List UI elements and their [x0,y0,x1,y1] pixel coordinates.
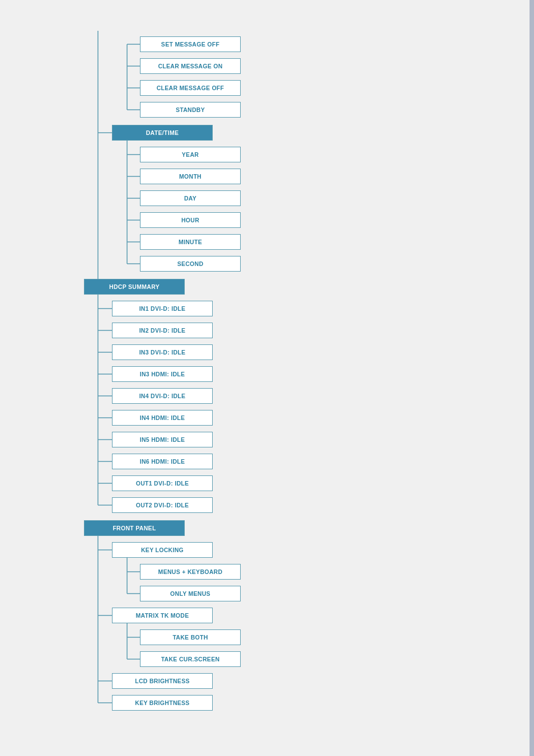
in6-hdmi-idle-node: IN6 HDMI: IDLE [112,454,213,469]
set-message-off-label: SET MESSAGE OFF [161,41,219,48]
hdcp-summary-label: HDCP SUMMARY [109,283,160,290]
day-label: DAY [184,195,196,202]
in4-dvi-d-idle-label: IN4 DVI-D: IDLE [139,393,186,399]
date-time-label: DATE/TIME [146,129,179,136]
page-header [0,0,534,13]
in2-dvi-d-idle-label: IN2 DVI-D: IDLE [139,327,186,334]
month-node: MONTH [140,169,241,184]
in3-hdmi-idle-node: IN3 HDMI: IDLE [112,366,213,382]
out2-dvi-d-idle-node: OUT2 DVI-D: IDLE [112,497,213,513]
date-time-node: DATE/TIME [112,125,213,141]
only-menus-node: ONLY MENUS [140,586,241,601]
in3-dvi-d-idle-node: IN3 DVI-D: IDLE [112,344,213,360]
in5-hdmi-idle-node: IN5 HDMI: IDLE [112,432,213,447]
clear-message-off-label: CLEAR MESSAGE OFF [157,85,224,91]
minute-node: MINUTE [140,234,241,250]
hour-label: HOUR [181,217,199,223]
front-panel-node: FRONT PANEL [84,520,185,536]
key-locking-node: KEY LOCKING [112,542,213,558]
clear-message-on-node: CLEAR MESSAGE ON [140,58,241,74]
in1-dvi-d-idle-node: IN1 DVI-D: IDLE [112,301,213,316]
in4-dvi-d-idle-node: IN4 DVI-D: IDLE [112,388,213,404]
lcd-brightness-node: LCD BRIGHTNESS [112,673,213,689]
second-node: SECOND [140,256,241,272]
menus-keyboard-node: MENUS + KEYBOARD [140,564,241,580]
take-both-node: TAKE BOTH [140,629,241,645]
second-label: SECOND [177,260,204,267]
standby-label: STANDBY [176,106,205,113]
out1-dvi-d-idle-node: OUT1 DVI-D: IDLE [112,475,213,491]
take-cur-screen-label: TAKE CUR.SCREEN [161,656,220,662]
set-message-off-node: SET MESSAGE OFF [140,36,241,52]
take-cur-screen-node: TAKE CUR.SCREEN [140,651,241,667]
key-locking-label: KEY LOCKING [141,547,184,553]
lcd-brightness-label: LCD BRIGHTNESS [135,678,190,684]
matrix-tk-mode-node: MATRIX TK MODE [112,608,213,623]
in6-hdmi-idle-label: IN6 HDMI: IDLE [140,458,185,465]
in2-dvi-d-idle-node: IN2 DVI-D: IDLE [112,323,213,338]
out1-dvi-d-idle-label: OUT1 DVI-D: IDLE [136,480,189,487]
in3-dvi-d-idle-label: IN3 DVI-D: IDLE [139,349,186,356]
year-node: YEAR [140,147,241,162]
hour-node: HOUR [140,212,241,228]
minute-label: MINUTE [179,239,202,245]
year-label: YEAR [182,151,199,158]
clear-message-on-label: CLEAR MESSAGE ON [158,63,222,69]
out2-dvi-d-idle-label: OUT2 DVI-D: IDLE [136,502,189,508]
key-brightness-label: KEY BRIGHTNESS [135,699,189,706]
take-both-label: TAKE BOTH [172,634,208,641]
key-brightness-node: KEY BRIGHTNESS [112,695,213,711]
right-accent-bar [530,0,534,756]
standby-node: STANDBY [140,102,241,118]
front-panel-label: FRONT PANEL [113,525,156,531]
in5-hdmi-idle-label: IN5 HDMI: IDLE [140,436,185,443]
in4-hdmi-idle-node: IN4 HDMI: IDLE [112,410,213,426]
day-node: DAY [140,190,241,206]
clear-message-off-node: CLEAR MESSAGE OFF [140,80,241,96]
menus-keyboard-label: MENUS + KEYBOARD [158,568,223,575]
in1-dvi-d-idle-label: IN1 DVI-D: IDLE [139,305,186,312]
hdcp-summary-node: HDCP SUMMARY [84,279,185,295]
month-label: MONTH [179,173,202,180]
in4-hdmi-idle-label: IN4 HDMI: IDLE [140,414,185,421]
only-menus-label: ONLY MENUS [170,590,210,597]
in3-hdmi-idle-label: IN3 HDMI: IDLE [140,371,185,377]
matrix-tk-mode-label: MATRIX TK MODE [136,612,189,619]
